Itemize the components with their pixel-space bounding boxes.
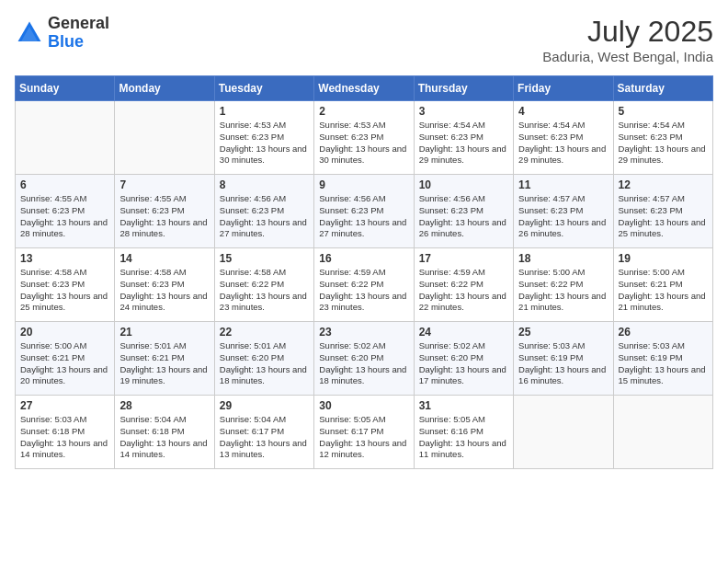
day-number: 22 <box>220 326 309 339</box>
logo-blue: Blue <box>48 32 84 51</box>
calendar-cell: 17Sunrise: 4:59 AM Sunset: 6:22 PM Dayli… <box>414 248 513 322</box>
calendar-cell: 30Sunrise: 5:05 AM Sunset: 6:17 PM Dayli… <box>314 396 414 469</box>
month-year: July 2025 <box>542 15 713 49</box>
logo-general: General <box>48 14 109 32</box>
calendar-cell: 8Sunrise: 4:56 AM Sunset: 6:23 PM Daylig… <box>214 175 313 248</box>
calendar-cell: 9Sunrise: 4:56 AM Sunset: 6:23 PM Daylig… <box>314 175 414 248</box>
calendar-table: SundayMondayTuesdayWednesdayThursdayFrid… <box>15 75 713 469</box>
calendar-cell: 7Sunrise: 4:55 AM Sunset: 6:23 PM Daylig… <box>115 175 214 248</box>
calendar-cell: 11Sunrise: 4:57 AM Sunset: 6:23 PM Dayli… <box>514 175 613 248</box>
day-number: 7 <box>119 178 209 191</box>
day-info: Sunrise: 5:00 AM Sunset: 6:21 PM Dayligh… <box>619 267 708 314</box>
calendar-cell: 23Sunrise: 5:02 AM Sunset: 6:20 PM Dayli… <box>314 322 414 396</box>
day-number: 4 <box>518 105 608 118</box>
calendar-cell: 19Sunrise: 5:00 AM Sunset: 6:21 PM Dayli… <box>613 248 712 322</box>
day-number: 12 <box>619 178 708 191</box>
day-info: Sunrise: 5:03 AM Sunset: 6:19 PM Dayligh… <box>619 340 708 387</box>
calendar-week-row: 6Sunrise: 4:55 AM Sunset: 6:23 PM Daylig… <box>16 175 713 248</box>
day-number: 2 <box>319 105 408 118</box>
day-number: 29 <box>220 399 309 412</box>
day-info: Sunrise: 4:55 AM Sunset: 6:23 PM Dayligh… <box>20 193 109 240</box>
calendar-cell: 6Sunrise: 4:55 AM Sunset: 6:23 PM Daylig… <box>16 175 115 248</box>
day-info: Sunrise: 4:57 AM Sunset: 6:23 PM Dayligh… <box>518 193 608 240</box>
day-info: Sunrise: 4:58 AM Sunset: 6:23 PM Dayligh… <box>119 267 209 314</box>
logo-text: General Blue <box>48 15 109 52</box>
location: Baduria, West Bengal, India <box>542 49 713 64</box>
weekday-header: Saturday <box>613 76 712 101</box>
day-info: Sunrise: 5:02 AM Sunset: 6:20 PM Dayligh… <box>319 340 408 387</box>
weekday-header: Thursday <box>414 76 513 101</box>
day-info: Sunrise: 5:04 AM Sunset: 6:17 PM Dayligh… <box>220 414 309 461</box>
day-info: Sunrise: 5:01 AM Sunset: 6:20 PM Dayligh… <box>220 340 309 387</box>
day-number: 11 <box>518 178 608 191</box>
day-number: 27 <box>20 399 109 412</box>
day-number: 16 <box>319 252 408 265</box>
title-block: July 2025 Baduria, West Bengal, India <box>542 15 713 64</box>
day-info: Sunrise: 4:56 AM Sunset: 6:23 PM Dayligh… <box>220 193 309 240</box>
day-number: 13 <box>20 252 109 265</box>
day-number: 25 <box>518 326 608 339</box>
weekday-header: Wednesday <box>314 76 414 101</box>
day-number: 14 <box>119 252 209 265</box>
calendar-cell: 21Sunrise: 5:01 AM Sunset: 6:21 PM Dayli… <box>115 322 214 396</box>
weekday-header: Friday <box>514 76 613 101</box>
calendar-cell: 22Sunrise: 5:01 AM Sunset: 6:20 PM Dayli… <box>214 322 313 396</box>
day-info: Sunrise: 5:01 AM Sunset: 6:21 PM Dayligh… <box>119 340 209 387</box>
calendar-cell: 13Sunrise: 4:58 AM Sunset: 6:23 PM Dayli… <box>16 248 115 322</box>
weekday-header: Tuesday <box>214 76 313 101</box>
calendar-cell <box>115 101 214 175</box>
day-info: Sunrise: 4:54 AM Sunset: 6:23 PM Dayligh… <box>419 120 508 167</box>
logo-icon <box>15 18 44 48</box>
calendar-cell: 18Sunrise: 5:00 AM Sunset: 6:22 PM Dayli… <box>514 248 613 322</box>
day-number: 8 <box>220 178 309 191</box>
day-number: 3 <box>419 105 508 118</box>
calendar-week-row: 20Sunrise: 5:00 AM Sunset: 6:21 PM Dayli… <box>16 322 713 396</box>
calendar-cell: 16Sunrise: 4:59 AM Sunset: 6:22 PM Dayli… <box>314 248 414 322</box>
calendar-cell: 28Sunrise: 5:04 AM Sunset: 6:18 PM Dayli… <box>115 396 214 469</box>
day-number: 15 <box>220 252 309 265</box>
day-number: 10 <box>419 178 508 191</box>
calendar-cell: 3Sunrise: 4:54 AM Sunset: 6:23 PM Daylig… <box>414 101 513 175</box>
calendar-cell: 20Sunrise: 5:00 AM Sunset: 6:21 PM Dayli… <box>16 322 115 396</box>
day-number: 20 <box>20 326 109 339</box>
day-info: Sunrise: 4:56 AM Sunset: 6:23 PM Dayligh… <box>419 193 508 240</box>
day-info: Sunrise: 4:57 AM Sunset: 6:23 PM Dayligh… <box>619 193 708 240</box>
day-number: 5 <box>619 105 708 118</box>
day-number: 17 <box>419 252 508 265</box>
day-number: 1 <box>220 105 309 118</box>
weekday-header: Monday <box>115 76 214 101</box>
day-number: 23 <box>319 326 408 339</box>
day-info: Sunrise: 4:58 AM Sunset: 6:22 PM Dayligh… <box>220 267 309 314</box>
day-info: Sunrise: 5:03 AM Sunset: 6:19 PM Dayligh… <box>518 340 608 387</box>
calendar-cell: 27Sunrise: 5:03 AM Sunset: 6:18 PM Dayli… <box>16 396 115 469</box>
calendar-cell: 14Sunrise: 4:58 AM Sunset: 6:23 PM Dayli… <box>115 248 214 322</box>
calendar-week-row: 1Sunrise: 4:53 AM Sunset: 6:23 PM Daylig… <box>16 101 713 175</box>
calendar-cell: 5Sunrise: 4:54 AM Sunset: 6:23 PM Daylig… <box>613 101 712 175</box>
calendar-cell: 2Sunrise: 4:53 AM Sunset: 6:23 PM Daylig… <box>314 101 414 175</box>
day-number: 30 <box>319 399 408 412</box>
calendar-cell: 10Sunrise: 4:56 AM Sunset: 6:23 PM Dayli… <box>414 175 513 248</box>
day-number: 31 <box>419 399 508 412</box>
day-info: Sunrise: 5:05 AM Sunset: 6:16 PM Dayligh… <box>419 414 508 461</box>
day-info: Sunrise: 4:54 AM Sunset: 6:23 PM Dayligh… <box>619 120 708 167</box>
day-info: Sunrise: 4:58 AM Sunset: 6:23 PM Dayligh… <box>20 267 109 314</box>
day-info: Sunrise: 4:53 AM Sunset: 6:23 PM Dayligh… <box>220 120 309 167</box>
calendar-cell: 29Sunrise: 5:04 AM Sunset: 6:17 PM Dayli… <box>214 396 313 469</box>
day-info: Sunrise: 4:59 AM Sunset: 6:22 PM Dayligh… <box>319 267 408 314</box>
calendar-cell: 4Sunrise: 4:54 AM Sunset: 6:23 PM Daylig… <box>514 101 613 175</box>
day-info: Sunrise: 5:00 AM Sunset: 6:22 PM Dayligh… <box>518 267 608 314</box>
calendar-cell <box>16 101 115 175</box>
calendar-cell: 25Sunrise: 5:03 AM Sunset: 6:19 PM Dayli… <box>514 322 613 396</box>
day-info: Sunrise: 5:00 AM Sunset: 6:21 PM Dayligh… <box>20 340 109 387</box>
weekday-header-row: SundayMondayTuesdayWednesdayThursdayFrid… <box>16 76 713 101</box>
day-info: Sunrise: 4:53 AM Sunset: 6:23 PM Dayligh… <box>319 120 408 167</box>
day-info: Sunrise: 5:03 AM Sunset: 6:18 PM Dayligh… <box>20 414 109 461</box>
weekday-header: Sunday <box>16 76 115 101</box>
calendar-cell: 26Sunrise: 5:03 AM Sunset: 6:19 PM Dayli… <box>613 322 712 396</box>
day-info: Sunrise: 5:05 AM Sunset: 6:17 PM Dayligh… <box>319 414 408 461</box>
calendar-cell: 31Sunrise: 5:05 AM Sunset: 6:16 PM Dayli… <box>414 396 513 469</box>
day-info: Sunrise: 4:54 AM Sunset: 6:23 PM Dayligh… <box>518 120 608 167</box>
day-number: 24 <box>419 326 508 339</box>
day-info: Sunrise: 4:56 AM Sunset: 6:23 PM Dayligh… <box>319 193 408 240</box>
day-number: 6 <box>20 178 109 191</box>
